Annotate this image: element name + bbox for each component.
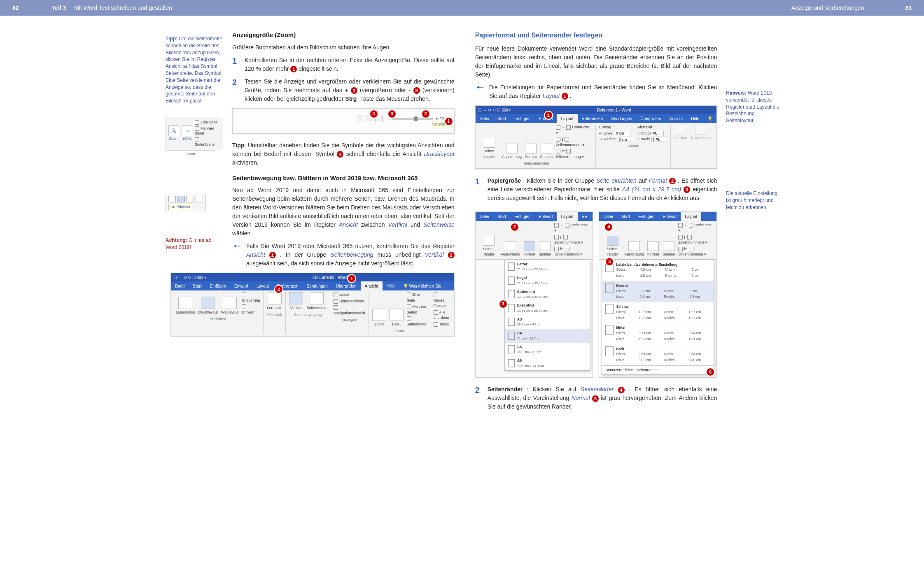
part-title: Mit Word Text schreiben und gestalten <box>74 4 172 12</box>
statusbar-mock: − + 120 % Vergrößern 1 2 3 4 <box>232 108 455 134</box>
chapter-title: Anzeige und Vorbereitungen <box>791 4 864 12</box>
blättern-heading: Seitenbewegung bzw. Blättern in Word 201… <box>232 174 455 183</box>
left-margin: Tipp: Um die Seitenbreite schnell an die… <box>157 24 228 415</box>
zoom-heading: Anzeigegröße (Zoom) <box>232 30 455 40</box>
page-icon: ▭ <box>182 125 192 136</box>
papierformat-heading: Papierformat und Seitenränder festlegen <box>475 30 717 40</box>
marker-1-icon: 1 <box>290 66 297 72</box>
marker-3-icon: 3 <box>413 87 420 94</box>
format-dropdown-mock: Datei Start Einfügen Entwurf Layout Re S… <box>475 211 593 378</box>
point-hand-icon <box>475 83 485 94</box>
magnify-icon: 🔍 <box>168 125 179 136</box>
point-hand-icon <box>232 242 242 253</box>
page-number-left: 82 <box>12 4 19 12</box>
right-margin: Hinweis: Word 2013 verwendet für dieses … <box>721 24 792 415</box>
drucklayout-mock: Drucklayout <box>166 194 206 213</box>
part-label: Teil 3 <box>52 4 66 12</box>
marker-4-icon: 4 <box>337 151 343 158</box>
marker-2-icon: 2 <box>351 87 357 94</box>
ribbon-layout-mock: ☐ ↔ ↺ ↻ ☐ ⌨ ▾ Dokument1 - Word Datei Sta… <box>475 105 717 169</box>
ribbon-ansicht-mock: ☐ ↔ ↺ ↻ ☐ ⌨ ▾ Dokument1 - Word Datei Sta… <box>170 273 455 337</box>
margins-dropdown-mock: Datei Start Einfügen Entwurf Layout Seit… <box>599 211 717 378</box>
book-header: 82 Teil 3 Mit Word Text schreiben und ge… <box>0 0 924 16</box>
page-number-right: 83 <box>905 4 912 12</box>
zoom-panel-mock: 🔍 Zoom ▭ 100% Eine Seite Mehrere Seiten … <box>166 117 223 150</box>
